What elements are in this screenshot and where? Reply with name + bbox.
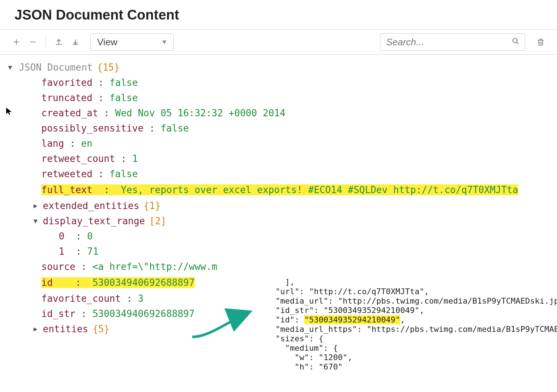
child-count: {5} <box>92 324 110 334</box>
json-key: lang <box>41 139 64 148</box>
tree-row[interactable]: ▼ favorited : false <box>5 75 557 90</box>
json-value: 0 <box>87 232 93 241</box>
json-value: 71 <box>87 247 98 256</box>
json-value: 3 <box>138 294 144 303</box>
tree-row[interactable]: ▼ 1 : 71 <box>5 244 557 259</box>
json-value: 530034940692688897 <box>92 277 195 288</box>
import-button[interactable] <box>67 34 84 50</box>
json-value: false <box>110 169 138 179</box>
overlay-line: "media_url_https": <box>247 325 367 334</box>
json-value: Wed Nov 05 16:32:32 +0000 2014 <box>115 108 286 118</box>
child-count: [2] <box>149 216 166 226</box>
overlay-line: "id": <box>247 315 304 324</box>
json-key: full_text <box>41 184 92 195</box>
json-key: created_at <box>41 108 98 118</box>
json-key: retweet_count <box>41 154 115 163</box>
view-dropdown[interactable]: View ▼ <box>90 33 174 51</box>
delete-button[interactable] <box>532 34 549 50</box>
json-key: favorite_count <box>41 294 121 303</box>
overlay-line: "id_str": <box>247 306 323 315</box>
tree-row[interactable]: ▼ retweeted : false <box>5 166 557 182</box>
search-input[interactable] <box>385 36 512 48</box>
overlay-line: "http://pbs.twimg.com/media/B1sP9yTCMAED… <box>338 296 557 305</box>
add-button[interactable] <box>8 34 25 50</box>
overlay-highlight: "530034935294210049" <box>304 315 400 324</box>
tree-row[interactable]: ▼ ▼ display_text_range [2] <box>5 213 557 229</box>
json-key: favorited <box>41 78 92 87</box>
overlay-line: "h": "670" <box>247 362 343 371</box>
json-key: entities <box>43 324 88 334</box>
tree-row-highlighted[interactable]: ▼ full_text : Yes, reports over excel ex… <box>5 182 557 198</box>
json-key: id <box>41 277 53 288</box>
overlay-line: "url": <box>247 287 309 296</box>
json-value: en <box>81 139 92 148</box>
tree-row[interactable]: ▼ ▶ extended_entities {1} <box>5 198 557 213</box>
raw-json-overlay: ], "url": "http://t.co/q7T0XMJTta", "med… <box>247 268 557 372</box>
search-box[interactable] <box>380 33 525 51</box>
json-key: id_str <box>41 309 75 318</box>
tree-row[interactable]: ▼ 0 : 0 <box>5 229 557 244</box>
tree-row[interactable]: ▼ retweet_count : 1 <box>5 151 557 166</box>
view-dropdown-label: View <box>97 37 117 48</box>
tree-row[interactable]: ▼ possibly_sensitive : false <box>5 121 557 136</box>
overlay-line: "530034935294210049" <box>323 306 420 315</box>
export-button[interactable] <box>50 34 67 50</box>
json-key: source <box>41 262 75 271</box>
json-key: retweeted <box>41 169 92 179</box>
chevron-down-icon: ▼ <box>161 38 168 46</box>
page-title: JSON Document Content <box>0 0 557 29</box>
json-key: display_text_range <box>43 216 145 226</box>
json-key: truncated <box>41 93 92 103</box>
tree-root-row[interactable]: ▼ JSON Document {15} <box>5 60 557 75</box>
collapse-icon[interactable]: ▼ <box>5 64 15 71</box>
tree-row[interactable]: ▼ lang : en <box>5 136 557 151</box>
expand-icon[interactable]: ▶ <box>30 326 41 332</box>
overlay-line: ], <box>247 278 304 287</box>
overlay-line: "https://pbs.twimg.com/media/B1sP9yTCMAE… <box>367 325 557 334</box>
json-value: false <box>110 78 138 87</box>
root-label: JSON Document <box>19 63 93 72</box>
json-value: Yes, reports over excel exports! #ECO14 … <box>121 184 518 195</box>
json-value: 1 <box>132 154 138 163</box>
overlay-line: "w": "1200", <box>247 353 352 362</box>
tree-row[interactable]: ▼ created_at : Wed Nov 05 16:32:32 +0000… <box>5 105 557 121</box>
overlay-line: "http://t.co/q7T0XMJTta" <box>309 287 424 296</box>
json-value: 530034940692688897 <box>92 309 195 318</box>
json-value: false <box>161 124 189 133</box>
root-count: {15} <box>97 63 120 72</box>
search-icon <box>512 37 520 48</box>
tree-row[interactable]: ▼ truncated : false <box>5 90 557 105</box>
remove-button[interactable] <box>25 34 41 50</box>
expand-icon[interactable]: ▶ <box>30 203 41 209</box>
json-value: <a href=\"http://www.m <box>92 262 217 271</box>
overlay-line: "medium": { <box>247 343 338 353</box>
json-key: possibly_sensitive <box>41 124 144 133</box>
json-value: false <box>110 93 138 103</box>
collapse-icon[interactable]: ▼ <box>30 218 41 224</box>
child-count: {1} <box>144 201 161 210</box>
toolbar-separator <box>46 36 46 48</box>
overlay-line: "sizes": { <box>247 334 323 343</box>
json-key: extended_entities <box>43 201 139 210</box>
json-index: 1 <box>59 247 65 256</box>
svg-point-0 <box>513 38 517 43</box>
json-index: 0 <box>59 232 65 241</box>
toolbar: View ▼ <box>0 30 557 55</box>
overlay-line: "media_url": <box>247 296 338 305</box>
